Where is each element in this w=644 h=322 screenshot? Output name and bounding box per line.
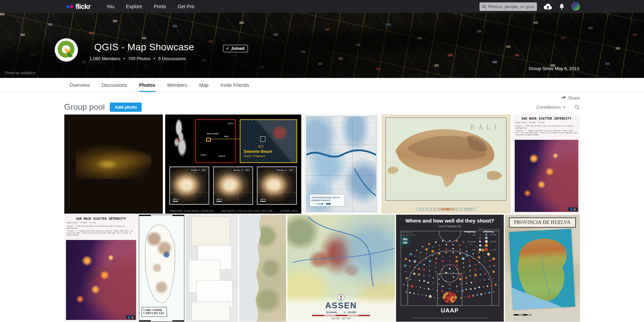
flickr-logo[interactable]: flickr [66,2,91,11]
vecht-map-body: OVERIJSSELSCHE VECHT BENEDEN REGGE [306,116,377,212]
add-photo-button[interactable]: Add photo [110,103,142,112]
frame-tick [172,215,184,216]
legend-title-line1: OVERIJSSELSCHE VECHT [312,196,343,199]
pool-search-icon[interactable] [574,104,580,110]
members-count[interactable]: 1,080 Members [90,56,120,61]
crosshair [281,167,282,204]
panel-date: October 4, 2020 [189,168,208,172]
stats-separator: • [154,56,155,61]
sal-island [145,225,175,303]
group-stats: 1,080 Members • 700 Photos • 5 Discussio… [90,56,186,61]
crosshair [258,192,296,192]
freq-label-moderate: Moderate [464,241,477,243]
photo-sar-backscatter-2[interactable]: SAR BACK SCATTER INTENSITY Image center:… [64,215,138,322]
freq-label-low: Low [464,234,477,236]
check-icon: ✓ [226,46,229,51]
scale-label: 100 m [173,198,179,202]
scale-label: 10 km [228,122,233,124]
beach-extent-box [260,136,265,142]
chevron-down-icon [563,106,566,108]
legend-swatches [312,203,343,205]
dolomite-satellite-panel: 300 m Dolomite Beach Manila, Philippines [240,119,297,163]
map-label: Laguna [219,155,225,157]
photo-uaap-shot-chart[interactable]: Where and how well did they shoot? UAAP … [396,215,504,322]
map-label: Metro Manila [207,133,219,135]
map-sheet [192,217,230,246]
discussions-count[interactable]: 5 Discussions [158,56,186,61]
assen-title-band: ASSEN SCHAAL 1 : 20.000 234.000 : 557.00… [287,295,395,322]
contributors-dropdown[interactable]: Contributors [537,105,566,110]
huelva-province [509,229,575,310]
scale-label: 100 m [260,198,266,202]
sar-logos [126,316,135,319]
frame-tick [139,215,151,216]
sar-title: SAR BACK SCATTER INTENSITY [516,117,577,120]
timeseries-panel-2: January 12, 2021 100 m [213,166,253,205]
nav-link-getpro[interactable]: Get Pro [178,4,194,9]
sar-meta-2: Process: -1 SAR Interferometry and multi… [67,225,135,229]
photo-provincia-huelva[interactable]: PROVINCIA DE HUELVA [505,215,580,322]
assen-coords: 234.000 : 557.000 [331,317,351,320]
scale-value: 1 : 20.000 [344,311,356,314]
zoom-extent-box [206,138,211,142]
beach-title: Dolomite Beach [244,149,272,153]
tab-overview[interactable]: Overview [70,78,90,92]
nav-link-prints[interactable]: Prints [154,4,166,9]
sar-map-body [66,240,136,320]
user-avatar[interactable] [571,2,580,11]
cover-photo-credit[interactable]: Photo by andyjtice [5,71,36,75]
schaal-label: SCHAAL [326,311,337,314]
tab-members[interactable]: Members [167,78,187,92]
photo-dolomite-beach[interactable]: N Metro Manila Rizal Cavite Laguna 10 km… [165,115,301,214]
sar-meta-1: Image center: -54.6391, -75.7343 [516,122,577,124]
assen-scale-text: SCHAAL 1 : 20.000 [326,311,356,314]
beach-subtitle: Manila, Philippines [244,155,265,158]
nav-links: You Explore Prints Get Pro [106,4,194,9]
upload-cloud-icon[interactable] [543,3,552,10]
group-avatar-qgis[interactable] [55,38,78,62]
credit-mid: Map Projection: UTM zone 51N / Datum: WG… [221,210,273,212]
assen-title: ASSEN [325,301,357,310]
tab-map[interactable]: Map [199,78,208,92]
bali-legend-strip [381,208,511,211]
tab-discussions[interactable]: Discussions [102,78,127,92]
tab-invite-friends[interactable]: Invite Friends [221,78,249,92]
bali-map-body: BALI [385,118,507,201]
crosshair [194,167,194,204]
photo-sar-backscatter-1[interactable]: SAR BACK SCATTER INTENSITY Image center:… [513,115,580,214]
credit-left: Image credits: Google Satellite, Sentine… [169,210,214,212]
global-search[interactable] [479,2,537,11]
connector-line [211,139,240,139]
chart-subtitle: UAAP Season 81 [396,225,504,228]
compass-icon [337,294,345,301]
nav-link-you[interactable]: You [106,4,115,9]
photo-bali-vintage-map[interactable]: BALI [381,115,511,214]
tab-photos[interactable]: Photos [139,78,155,92]
timeseries-panel-1: October 4, 2020 100 m [169,166,209,205]
top-nav: flickr You Explore Prints Get Pro [0,0,644,13]
timeseries-panel-3: February 11, 2021 100 m [257,166,297,205]
notifications-bell-icon[interactable] [559,3,565,10]
photo-assen-city-map[interactable]: ASSEN SCHAAL 1 : 20.000 234.000 : 557.00… [287,215,395,322]
search-input[interactable] [488,4,535,9]
page-title: Group pool [64,102,105,112]
photo-portugal-terrain[interactable] [239,215,286,322]
frame-tick [172,320,184,321]
photos-count[interactable]: 700 Photos [128,56,150,61]
panel-date: January 12, 2021 [231,168,251,172]
share-button[interactable]: Share [561,95,580,101]
freq-label-high: High [464,249,477,251]
nav-link-explore[interactable]: Explore [126,4,142,9]
eff-label-08: 0.8 PPA [490,241,500,243]
frame-tick [139,320,151,321]
joined-button[interactable]: ✓ Joined [223,45,248,52]
sar-header: SAR BACK SCATTER INTENSITY Image center:… [513,115,580,140]
photo-cabo-verde-sal[interactable]: CABO VERDE CARTA DO SAL [139,215,184,322]
legend-title-line2: BENEDEN REGGE [312,199,343,202]
chart-title: Where and how well did they shoot? [396,218,504,224]
photo-map-sheet-mosaic[interactable] [185,215,238,322]
photo-vecht-flood-map[interactable]: OVERIJSSELSCHE VECHT BENEDEN REGGE [304,115,379,214]
contributors-label: Contributors [537,105,561,110]
photo-puerto-rico-relief[interactable] [64,115,163,214]
sar-meta-1: Image center: -54.6391, -75.7343 [67,222,135,224]
